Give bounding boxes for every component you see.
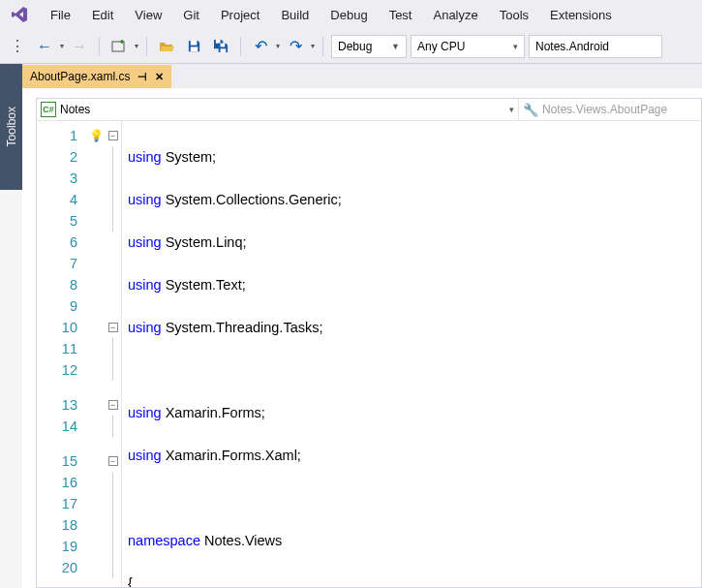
toolbox-panel-tab[interactable]: Toolbox xyxy=(0,64,22,190)
document-tab-active[interactable]: AboutPage.xaml.cs ⊣ ✕ xyxy=(22,65,171,88)
nav-scope-label: Notes xyxy=(60,103,90,116)
navigation-bar: C# Notes ▾ 🔧 Notes.Views.AboutPage xyxy=(37,99,701,121)
svg-rect-1 xyxy=(190,41,197,46)
toolbox-label: Toolbox xyxy=(5,107,18,146)
class-icon: 🔧 xyxy=(523,103,538,117)
menu-view[interactable]: View xyxy=(125,4,171,26)
nav-member-dropdown[interactable]: 🔧 Notes.Views.AboutPage xyxy=(519,99,701,120)
menu-extensions[interactable]: Extensions xyxy=(540,4,622,26)
save-all-button[interactable] xyxy=(209,35,232,58)
glyph-margin: 💡 xyxy=(87,121,105,587)
editor-area: AboutPage.xaml.cs ⊣ ✕ C# Notes ▾ 🔧 Notes… xyxy=(22,64,702,588)
nav-scope-dropdown[interactable]: C# Notes ▾ xyxy=(37,99,519,120)
menu-project[interactable]: Project xyxy=(211,4,269,26)
nav-forward-button[interactable]: → xyxy=(68,35,91,58)
handle-icon[interactable]: ⋮ xyxy=(6,35,29,58)
close-icon[interactable]: ✕ xyxy=(155,71,164,83)
svg-rect-2 xyxy=(190,46,198,51)
csharp-project-icon: C# xyxy=(41,102,56,117)
fold-toggle[interactable]: − xyxy=(108,456,118,466)
menu-analyze[interactable]: Analyze xyxy=(423,4,487,26)
platform-dropdown[interactable]: Any CPU▾ xyxy=(411,35,525,58)
menu-build[interactable]: Build xyxy=(271,4,319,26)
separator xyxy=(146,37,147,56)
menu-edit[interactable]: Edit xyxy=(82,4,123,26)
separator xyxy=(240,37,241,56)
menu-file[interactable]: File xyxy=(41,4,80,26)
tab-title: AboutPage.xaml.cs xyxy=(30,70,130,83)
undo-button[interactable]: ↶ xyxy=(249,35,272,58)
save-button[interactable] xyxy=(182,35,205,58)
line-numbers: 123456789101112 1314151617181920 xyxy=(37,121,87,587)
chevron-down-icon: ▾ xyxy=(509,105,514,114)
svg-rect-4 xyxy=(220,44,225,47)
separator xyxy=(99,37,100,56)
fold-toggle[interactable]: − xyxy=(108,131,118,140)
redo-button[interactable]: ↷ xyxy=(284,35,307,58)
new-project-button[interactable] xyxy=(107,35,131,58)
fold-toggle[interactable]: − xyxy=(108,400,118,410)
svg-rect-5 xyxy=(220,48,226,52)
outlining-margin: − − − − xyxy=(105,121,122,587)
configuration-dropdown[interactable]: Debug▼ xyxy=(331,35,407,58)
nav-back-button[interactable]: ← xyxy=(33,35,56,58)
chevron-down-icon: ▾ xyxy=(513,42,518,51)
code-text[interactable]: using System; using System.Collections.G… xyxy=(122,121,701,587)
lightbulb-icon[interactable]: 💡 xyxy=(89,129,104,142)
configuration-value: Debug xyxy=(338,40,372,53)
separator xyxy=(322,37,323,56)
menu-test[interactable]: Test xyxy=(380,4,422,26)
menu-git[interactable]: Git xyxy=(173,4,209,26)
toolbar: ⋮ ← ▾ → ▾ ↶ ▾ ↷ ▾ Debug▼ Any CPU▾ Notes.… xyxy=(0,29,702,64)
open-button[interactable] xyxy=(155,35,178,58)
pin-icon[interactable]: ⊣ xyxy=(137,71,147,83)
menu-bar: File Edit View Git Project Build Debug T… xyxy=(0,0,702,29)
svg-rect-3 xyxy=(215,40,220,44)
menu-debug[interactable]: Debug xyxy=(320,4,377,26)
code-editor[interactable]: 123456789101112 1314151617181920 💡 − − −… xyxy=(37,121,701,587)
menu-tools[interactable]: Tools xyxy=(490,4,538,26)
document-tab-strip: AboutPage.xaml.cs ⊣ ✕ xyxy=(22,64,702,88)
startup-project-value: Notes.Android xyxy=(535,40,609,53)
visual-studio-logo-icon xyxy=(8,3,31,26)
platform-value: Any CPU xyxy=(417,40,465,53)
chevron-down-icon: ▼ xyxy=(391,42,400,51)
nav-member-label: Notes.Views.AboutPage xyxy=(542,103,667,116)
fold-toggle[interactable]: − xyxy=(108,323,118,332)
startup-project-dropdown[interactable]: Notes.Android xyxy=(529,35,662,58)
